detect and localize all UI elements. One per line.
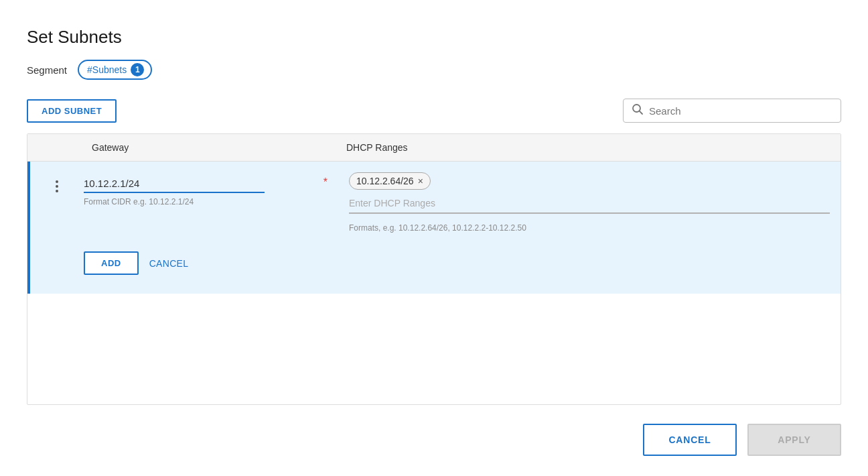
table-header: Gateway DHCP Ranges [27,134,841,162]
dhcp-format-hint: Formats, e.g. 10.12.2.64/26, 10.12.2.2-1… [349,223,830,233]
page-title: Set Subnets [27,27,841,48]
dot2 [56,185,58,188]
row-cancel-button[interactable]: CANCEL [149,258,189,269]
empty-row [27,294,841,323]
segment-badge[interactable]: #Subnets 1 [78,60,152,80]
dhcp-tag-value: 10.12.2.64/26 [356,176,414,186]
footer-cancel-button[interactable]: CANCEL [643,424,737,456]
modal-container: Set Subnets Segment #Subnets 1 ADD SUBNE… [0,0,868,476]
segment-row: Segment #Subnets 1 [27,60,841,80]
required-indicator: * [323,176,328,188]
segment-badge-count: 1 [131,63,144,76]
segment-label: Segment [27,64,67,76]
row-buttons: ADD CANCEL [84,243,824,280]
table-container: Gateway DHCP Ranges * [27,133,841,405]
gateway-input-wrapper: * [84,175,328,193]
svg-line-1 [640,111,642,114]
row-actions-cell [30,162,84,243]
buttons-spacer [30,243,84,280]
row-add-button[interactable]: ADD [84,251,139,275]
dhcp-tag: 10.12.2.64/26 × [349,172,431,190]
footer-apply-button: APPLY [747,424,841,456]
footer: CANCEL APPLY [27,424,841,456]
table-row-buttons-row: ADD CANCEL [27,243,841,294]
dot3 [56,190,58,192]
segment-badge-text: #Subnets [87,64,127,75]
add-subnet-button[interactable]: ADD SUBNET [27,99,117,123]
header-dhcp: DHCP Ranges [336,134,841,161]
header-gateway: Gateway [81,134,336,161]
table-body: * Format CIDR e.g. 10.12.2.1/24 10.12.2.… [27,162,841,323]
dot1 [56,180,58,183]
gateway-input[interactable] [84,175,265,193]
dhcp-tag-remove[interactable]: × [418,176,423,186]
dhcp-tags-row: 10.12.2.64/26 × [349,172,830,190]
dhcp-ranges-input[interactable] [349,195,830,213]
header-actions [27,134,81,161]
gateway-cell: * Format CIDR e.g. 10.12.2.1/24 [84,162,338,243]
search-box[interactable] [623,99,841,123]
row-context-menu[interactable] [53,178,61,195]
toolbar: ADD SUBNET [27,99,841,123]
search-input[interactable] [649,105,833,117]
gateway-format-hint: Format CIDR e.g. 10.12.2.1/24 [84,197,328,206]
dhcp-cell: 10.12.2.64/26 × Formats, e.g. 10.12.2.64… [338,162,841,243]
table-row: * Format CIDR e.g. 10.12.2.1/24 10.12.2.… [27,162,841,243]
search-icon [632,103,644,118]
